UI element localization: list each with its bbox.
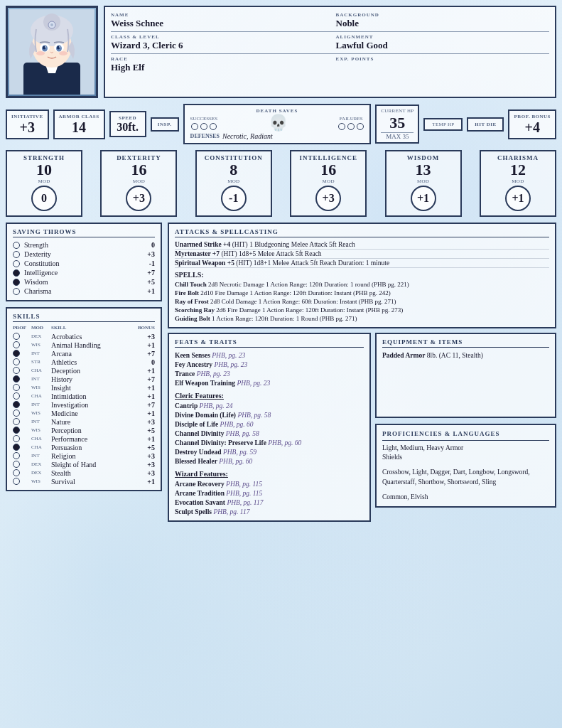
skill-name: Stealth <box>51 469 135 477</box>
spell-name: Ray of Frost <box>175 298 209 305</box>
hit-die-box: HIT DIE <box>467 117 504 132</box>
skill-row: INT History +7 <box>13 375 155 383</box>
wizard-feats-list: Arcane Recovery PHB, pg. 115Arcane Tradi… <box>175 479 364 516</box>
skills-panel: SKILLS PROF MOD SKILL BONUS DEX Acrobati… <box>6 307 162 491</box>
cleric-feats-list: Cantrip PHB, pg. 24Divine Domain (Life) … <box>175 401 364 466</box>
skill-prof-indicator <box>13 358 20 365</box>
background-field: BACKGROUND Noble <box>336 12 550 29</box>
charisma-box: CHARISMA 12 MOD +1 <box>480 150 556 217</box>
skill-row: CHA Intimidation +1 <box>13 392 155 400</box>
success-dot-3[interactable] <box>210 123 217 130</box>
saving-throw-row: Intelligence +7 <box>13 268 155 277</box>
cleric-feat-item: Channel Divinity PHB, pg. 58 <box>175 429 364 438</box>
save-bonus: +5 <box>138 278 155 286</box>
feat-source: PHB, pg. 23 <box>197 370 230 378</box>
feat-item: Trance PHB, pg. 23 <box>175 369 364 378</box>
strength-mod-label: MOD <box>10 178 78 184</box>
feat-item: Keen Senses PHB, pg. 23 <box>175 350 364 360</box>
svg-point-15 <box>36 51 45 55</box>
skill-row: INT Religion +3 <box>13 451 155 460</box>
skill-name: Survival <box>51 478 135 486</box>
attack-row: Spiritual Weapon +5 (HIT) 1d8+1 Melee At… <box>175 259 549 268</box>
skill-ability: STR <box>31 359 48 365</box>
attack-desc: (HIT) 1 Bludgeoning Melee Attack 5ft Rea… <box>232 241 355 248</box>
svg-point-12 <box>57 46 60 50</box>
skill-name: Religion <box>51 452 135 460</box>
spell-desc: 2d10 Fire Damage 1 Action Range: 120ft D… <box>200 289 390 296</box>
alignment-label: ALIGNMENT <box>336 34 550 40</box>
armor-proficiency: Light, Medium, Heavy Armor <box>382 444 549 453</box>
current-hp-value: 35 <box>381 114 414 132</box>
skill-name: Athletics <box>51 358 135 366</box>
skill-prof-indicator <box>13 478 20 485</box>
success-dot-1[interactable] <box>191 123 198 130</box>
svg-point-13 <box>45 46 46 48</box>
skill-ability: CHA <box>31 444 48 450</box>
skill-row: WIS Medicine +1 <box>13 409 155 417</box>
skill-bonus: +1 <box>138 478 155 486</box>
attacks-title: ATTACKS & SPELLCASTING <box>175 228 549 237</box>
skill-name: Sleight of Hand <box>51 461 135 469</box>
skull-icon: 💀 <box>269 115 288 131</box>
failure-dot-3[interactable] <box>357 123 364 130</box>
death-saves-box: DEATH SAVES SUCCESSES 💀 FAILURES <box>183 104 372 144</box>
spell-desc: 2d6 Fire Damage 1 Action Range: 120ft Du… <box>216 306 403 314</box>
exp-field: EXP. POINTS <box>336 56 550 73</box>
equipment-title: EQUIPMENT & ITEMS <box>382 338 549 348</box>
wizard-feat-item: Arcane Tradition PHB, pg. 115 <box>175 488 364 498</box>
failure-dot-1[interactable] <box>338 123 345 130</box>
spell-row: Scorching Ray 2d6 Fire Damage 1 Action R… <box>175 306 549 314</box>
svg-point-16 <box>59 51 67 55</box>
wisdom-mod-label: MOD <box>389 178 458 184</box>
skill-row: STR Athletics 0 <box>13 358 155 366</box>
dexterity-box: DEXTERITY 16 MOD +3 <box>100 150 177 217</box>
feat-name: Channel Divinity: Preserve Life <box>175 439 266 446</box>
feats-panel: FEATS & TRAITS Keen Senses PHB, pg. 23Fe… <box>168 333 371 522</box>
feat-name: Fey Ancestry <box>175 361 212 368</box>
feat-name: Destroy Undead <box>175 449 222 456</box>
skill-ability: WIS <box>31 427 48 433</box>
spell-row: Guiding Bolt 1 Action Range: 120ft Durat… <box>175 314 549 323</box>
save-bonus: -1 <box>138 259 155 267</box>
character-info-box: NAME Weiss Schnee BACKGROUND Noble CLASS… <box>104 6 556 98</box>
failure-dot-2[interactable] <box>347 123 355 130</box>
skill-bonus: +3 <box>138 418 155 426</box>
inspiration-box: INSP. <box>151 117 179 132</box>
skill-bonus: +3 <box>138 333 155 341</box>
wizard-features-title: Wizard Features: <box>175 470 364 478</box>
skill-row: WIS Animal Handling +1 <box>13 341 155 349</box>
hp-max-value: MAX 35 <box>381 132 414 140</box>
skill-ability: DEX <box>31 470 48 476</box>
left-panel: SAVING THROWS Strength 0 Dexterity +3 Co… <box>6 223 162 528</box>
feat-source: PHB, pg. 23 <box>212 352 245 359</box>
save-bonus: +3 <box>138 250 155 258</box>
feat-name: Sculpt Spells <box>175 508 212 515</box>
skill-bonus: +3 <box>138 452 155 460</box>
skill-ability: INT <box>31 402 48 407</box>
saving-throw-row: Charisma +1 <box>13 287 155 296</box>
skill-ability: DEX <box>31 461 48 467</box>
current-hp-box: CURRENT HP 35 MAX 35 <box>375 105 419 144</box>
alignment-value: Lawful Good <box>336 40 550 51</box>
feat-source: PHB, pg. 117 <box>213 508 249 515</box>
class-level-field: CLASS & LEVEL Wizard 3, Cleric 6 <box>111 34 325 51</box>
spells-list: Chill Touch 2d8 Necrotic Damage 1 Action… <box>175 280 549 323</box>
saving-throws-list: Strength 0 Dexterity +3 Constitution -1 … <box>13 240 155 296</box>
intelligence-box: INTELLIGENCE 16 MOD +3 <box>290 150 367 217</box>
intelligence-mod-label: MOD <box>294 178 362 184</box>
save-name: Dexterity <box>24 250 134 258</box>
success-dot-2[interactable] <box>200 123 207 130</box>
attack-row: Unarmed Strike +4 (HIT) 1 Bludgeoning Me… <box>175 240 549 250</box>
feat-source: PHB, pg. 115 <box>226 481 262 488</box>
skill-ability: INT <box>31 376 48 382</box>
skill-name: Animal Handling <box>51 341 135 349</box>
skill-bonus: +1 <box>138 435 155 443</box>
skill-name: Perception <box>51 427 135 434</box>
skill-row: DEX Sleight of Hand +3 <box>13 460 155 469</box>
svg-point-14 <box>59 46 60 48</box>
speed-value: 30ft. <box>115 121 141 134</box>
prof-indicator <box>13 242 20 249</box>
initiative-value: +3 <box>11 119 43 135</box>
feat-source: PHB, pg. 23 <box>237 380 270 387</box>
skill-ability: WIS <box>31 410 48 416</box>
